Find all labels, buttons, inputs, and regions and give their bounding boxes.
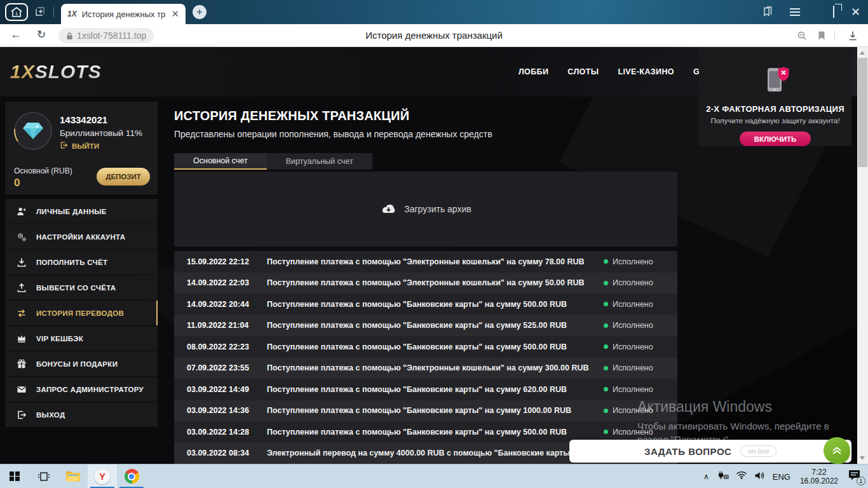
menu-icon[interactable] <box>790 6 800 18</box>
transaction-row[interactable]: 15.09.2022 22:12 Поступление платежа с п… <box>174 251 677 273</box>
tab-favicon: 1X <box>67 10 77 18</box>
account-tabs: Основной счет Виртуальный счет <box>174 153 372 170</box>
transaction-status: Исполнено <box>604 342 663 351</box>
download-archive-button[interactable]: Загрузить архив <box>174 172 677 247</box>
download-icon[interactable] <box>848 24 858 47</box>
transaction-row[interactable]: 14.09.2022 22:03 Поступление платежа с п… <box>174 273 677 294</box>
logout-link[interactable]: ВЫЙТИ <box>60 141 99 151</box>
chrome-button[interactable] <box>117 464 146 488</box>
transaction-row[interactable]: 03.09.2022 14:49 Поступление платежа с п… <box>174 379 677 400</box>
gears-icon <box>17 232 27 242</box>
page-scrollbar[interactable] <box>857 47 868 464</box>
sidebar-menu-item[interactable]: ВЫХОД <box>5 402 158 427</box>
home-icon: 1 <box>10 6 23 18</box>
notification-center-button[interactable]: 1 <box>848 469 863 484</box>
transaction-row[interactable]: 14.09.2022 20:44 Поступление платежа с п… <box>174 294 677 315</box>
chat-toggle-button[interactable] <box>824 437 850 464</box>
power-icon[interactable] <box>716 471 729 482</box>
account-label: Основной (RUB) <box>14 166 72 175</box>
transaction-row[interactable]: 07.09.2022 23:55 Поступление платежа с п… <box>174 358 677 379</box>
deposit-button[interactable]: ДЕПОЗИТ <box>97 168 150 186</box>
language-indicator[interactable]: ENG <box>773 472 790 482</box>
tab-close-icon[interactable]: ✕ <box>171 8 179 20</box>
sidebar-menu-item[interactable]: VIP КЕШБЭК <box>5 326 158 351</box>
promo-button[interactable]: ВКЛЮЧИТЬ <box>740 132 811 146</box>
chat-widget[interactable]: ЗАДАТЬ ВОПРОС on-line <box>569 440 851 463</box>
scroll-down-arrow[interactable] <box>860 456 865 460</box>
file-explorer-button[interactable] <box>58 464 88 488</box>
sidebar-menu: ЛИЧНЫЕ ДАННЫЕ НАСТРОЙКИ АККАУНТА ПОПОЛНИ… <box>5 199 158 428</box>
envelope-icon <box>17 384 27 395</box>
chrome-icon <box>125 469 139 484</box>
tab-title: История денежных тра <box>82 10 166 19</box>
transactions-table: 15.09.2022 22:12 Поступление платежа с п… <box>174 251 677 464</box>
new-window-icon[interactable] <box>34 6 46 20</box>
chat-online-badge: on-line <box>740 445 776 457</box>
start-button[interactable] <box>0 464 29 488</box>
tray-expand-icon[interactable]: ∧ <box>703 472 709 481</box>
scroll-up-arrow[interactable] <box>860 51 865 55</box>
nav-item[interactable]: СЛОТЫ <box>567 67 599 76</box>
status-dot-icon <box>604 366 608 370</box>
account-tab[interactable]: Основной счет <box>174 153 267 170</box>
sidebar-menu-item[interactable]: ЛИЧНЫЕ ДАННЫЕ <box>5 199 158 224</box>
sidebar-menu-item[interactable]: ЗАПРОС АДМИНИСТРАТОРУ <box>5 377 158 402</box>
sidebar-menu-item[interactable]: ИСТОРИЯ ПЕРЕВОДОВ <box>5 301 158 325</box>
sidebar-menu-item[interactable]: БОНУСЫ И ПОДАРКИ <box>5 351 158 376</box>
transaction-date: 03.09.2022 14:28 <box>187 428 267 437</box>
user-level: Бриллиантовый 11% <box>60 128 142 138</box>
status-dot-icon <box>604 409 608 413</box>
transaction-date: 03.09.2022 14:49 <box>187 385 267 394</box>
exit-icon <box>60 141 68 151</box>
main-subtitle: Представлены операции пополнения, вывода… <box>174 129 492 139</box>
promo-title: 2-Х ФАКТОРНАЯ АВТОРИЗАЦИЯ <box>699 104 851 114</box>
transaction-status: Исполнено <box>604 321 663 330</box>
transaction-date: 07.09.2022 23:55 <box>187 363 267 372</box>
sidebar-menu-item[interactable]: ВЫВЕСТИ СО СЧЁТА <box>5 275 158 300</box>
site-logo[interactable]: 1XSLOTS <box>10 61 102 83</box>
avatar[interactable] <box>15 113 51 149</box>
transaction-row[interactable]: 08.09.2022 22:23 Поступление платежа с п… <box>174 336 677 358</box>
nav-item[interactable]: LIVE-КАЗИНО <box>618 67 674 76</box>
transaction-date: 14.09.2022 20:44 <box>187 300 267 309</box>
transaction-row[interactable]: 03.09.2022 14:36 Поступление платежа с п… <box>174 400 677 422</box>
tablo-button[interactable]: 1 <box>5 3 28 21</box>
user-id: 143342021 <box>60 114 107 125</box>
site-page: 1XSLOTS ЛОББИ СЛОТЫ LIVE-КАЗИНО GAMES ПР… <box>0 47 857 464</box>
status-dot-icon <box>604 302 608 306</box>
zoom-out-icon[interactable] <box>797 24 807 47</box>
transaction-status: Исполнено <box>604 406 663 415</box>
page-title: История денежных транзакций <box>0 30 868 41</box>
volume-icon[interactable] <box>754 471 766 483</box>
restore-button[interactable] <box>833 6 834 18</box>
system-tray: ∧ ENG 7:22 16.09.2022 1 <box>703 464 863 488</box>
transaction-date: 03.09.2022 08:34 <box>187 449 267 458</box>
account-tab[interactable]: Виртуальный счет <box>267 153 372 170</box>
transaction-description: Поступление платежа с помощью "Электронн… <box>267 257 604 266</box>
browser-tab[interactable]: 1X История денежных тра ✕ <box>61 4 186 24</box>
close-button[interactable]: ✕ <box>851 5 860 19</box>
wifi-icon[interactable] <box>736 471 747 482</box>
yandex-browser-button[interactable]: Y <box>88 464 117 488</box>
transaction-description: Поступление платежа с помощью "Банковски… <box>267 300 604 309</box>
download-icon <box>17 257 27 268</box>
bookmarks-icon[interactable] <box>762 6 773 18</box>
scrollbar-thumb[interactable] <box>858 58 867 167</box>
new-tab-button[interactable]: + <box>193 5 207 19</box>
transaction-description: Электронный перевод на сумму 4000.00 RUB… <box>267 449 604 458</box>
sidebar-menu-item[interactable]: ПОПОЛНИТЬ СЧЁТ <box>5 250 158 274</box>
task-view-button[interactable] <box>29 464 58 488</box>
transaction-row[interactable]: 11.09.2022 21:04 Поступление платежа с п… <box>174 315 677 337</box>
bookmark-icon[interactable] <box>817 24 826 47</box>
clock[interactable]: 7:22 16.09.2022 <box>797 468 841 485</box>
promo-card: 2-Х ФАКТОРНАЯ АВТОРИЗАЦИЯ Получите надёж… <box>699 47 851 146</box>
sidebar-menu-item[interactable]: НАСТРОЙКИ АККАУНТА <box>5 224 158 249</box>
transfer-icon <box>17 308 27 318</box>
status-dot-icon <box>604 281 608 285</box>
exit-icon <box>17 410 27 420</box>
phone-shield-icon <box>699 62 851 98</box>
nav-item[interactable]: ЛОББИ <box>519 67 548 76</box>
level-progress-ring <box>14 112 52 150</box>
status-dot-icon <box>604 387 608 391</box>
task-view-icon <box>37 471 50 482</box>
